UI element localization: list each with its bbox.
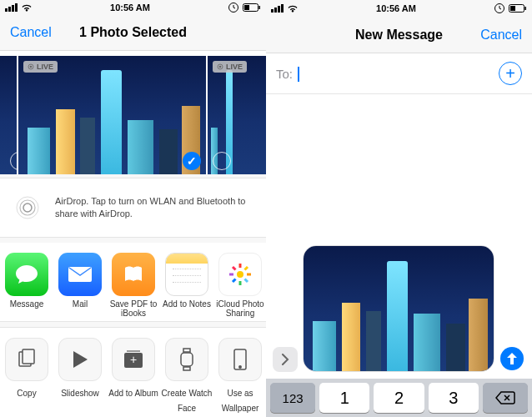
action-add-album[interactable]: + Add to Album xyxy=(107,338,160,410)
svg-point-12 xyxy=(237,271,243,278)
photo-strip[interactable]: LIVE LIVE xyxy=(0,51,266,174)
svg-rect-22 xyxy=(23,349,34,364)
new-message-screen: 10:56 AM New Message Cancel To: + 123 1 … xyxy=(266,0,532,417)
key-2[interactable]: 2 xyxy=(374,383,424,413)
live-badge: LIVE xyxy=(213,61,247,73)
svg-point-8 xyxy=(23,203,32,212)
action-watch-face[interactable]: Create Watch Face xyxy=(160,338,213,410)
to-label: To: xyxy=(276,67,293,81)
action-row: Copy Slideshow + Add to Album Create Wat… xyxy=(0,327,266,417)
ibooks-icon xyxy=(112,253,155,296)
phone-icon xyxy=(218,338,262,381)
svg-rect-33 xyxy=(524,7,526,10)
mail-icon xyxy=(58,253,102,296)
svg-rect-26 xyxy=(181,353,193,366)
share-message[interactable]: Message xyxy=(0,253,53,314)
key-backspace[interactable] xyxy=(483,383,528,413)
select-circle-icon[interactable] xyxy=(213,152,231,170)
svg-point-30 xyxy=(239,365,241,367)
photo-thumb-prev[interactable] xyxy=(0,56,17,174)
svg-point-7 xyxy=(219,66,222,68)
battery-icon xyxy=(509,4,527,13)
signal-icon xyxy=(271,4,284,13)
key-3[interactable]: 3 xyxy=(429,383,479,413)
keyboard-row: 123 1 2 3 xyxy=(266,379,532,417)
rotation-lock-icon xyxy=(228,2,239,13)
key-mode[interactable]: 123 xyxy=(270,383,315,413)
backspace-icon xyxy=(495,391,515,404)
nav-bar: Cancel 1 Photo Selected xyxy=(0,16,266,51)
svg-rect-28 xyxy=(183,367,190,370)
airdrop-row[interactable]: AirDrop. Tap to turn on WLAN and Bluetoo… xyxy=(0,178,266,238)
expand-button[interactable] xyxy=(273,347,298,372)
signal-icon xyxy=(5,3,18,12)
svg-text:+: + xyxy=(130,353,137,366)
arrow-up-icon xyxy=(506,352,518,365)
svg-point-9 xyxy=(20,200,35,215)
icloud-photo-icon xyxy=(218,253,262,296)
airdrop-icon xyxy=(10,190,45,225)
airdrop-text: AirDrop. Tap to turn on WLAN and Bluetoo… xyxy=(55,195,256,220)
share-ibooks[interactable]: Save PDF to iBooks xyxy=(107,253,160,314)
to-field-row: To: + xyxy=(266,53,532,94)
share-icloud[interactable]: iCloud Photo Sharing xyxy=(213,253,266,314)
battery-icon xyxy=(243,3,261,12)
selected-check-icon[interactable] xyxy=(183,152,201,170)
svg-line-19 xyxy=(233,279,236,282)
chevron-right-icon xyxy=(281,354,289,365)
status-time: 10:56 AM xyxy=(376,3,416,13)
key-1[interactable]: 1 xyxy=(319,383,369,413)
send-button[interactable] xyxy=(500,347,524,370)
status-bar: 10:56 AM xyxy=(266,0,532,17)
to-input[interactable] xyxy=(298,65,494,81)
notes-icon xyxy=(165,253,208,296)
photo-attachment[interactable] xyxy=(303,245,494,372)
svg-rect-34 xyxy=(510,6,515,11)
action-wallpaper[interactable]: Use as Wallpaper xyxy=(213,338,266,410)
svg-point-5 xyxy=(30,66,33,68)
status-bar: 10:56 AM xyxy=(0,0,266,16)
add-album-icon: + xyxy=(112,338,155,381)
cancel-button[interactable]: Cancel xyxy=(10,25,52,40)
rotation-lock-icon xyxy=(494,3,505,14)
svg-rect-3 xyxy=(244,5,249,10)
svg-rect-24 xyxy=(127,350,140,352)
action-slideshow[interactable]: Slideshow xyxy=(53,338,107,410)
photo-thumb-next[interactable]: LIVE xyxy=(208,56,266,174)
svg-line-20 xyxy=(245,267,248,270)
share-apps-row: Message Mail Save PDF to iBooks Add to N… xyxy=(0,243,266,322)
nav-bar: New Message Cancel xyxy=(266,17,532,53)
share-sheet-screen: 10:56 AM Cancel 1 Photo Selected LIVE LI… xyxy=(0,0,266,417)
message-compose-area[interactable] xyxy=(266,94,532,379)
status-time: 10:56 AM xyxy=(110,3,150,13)
svg-rect-2 xyxy=(258,6,260,9)
live-badge: LIVE xyxy=(23,61,58,73)
message-icon xyxy=(5,253,48,296)
copy-icon xyxy=(5,338,48,381)
photo-thumb-selected[interactable]: LIVE xyxy=(18,56,206,174)
wifi-icon xyxy=(287,4,299,13)
watch-icon xyxy=(165,338,208,381)
share-mail[interactable]: Mail xyxy=(53,253,107,314)
share-notes[interactable]: Add to Notes xyxy=(160,253,213,314)
add-contact-button[interactable]: + xyxy=(499,62,522,85)
svg-rect-27 xyxy=(183,349,190,352)
wifi-icon xyxy=(21,3,33,12)
action-copy[interactable]: Copy xyxy=(0,338,53,410)
play-icon xyxy=(58,338,102,381)
cancel-button[interactable]: Cancel xyxy=(480,28,522,43)
svg-line-18 xyxy=(245,279,248,282)
svg-line-17 xyxy=(233,267,236,270)
